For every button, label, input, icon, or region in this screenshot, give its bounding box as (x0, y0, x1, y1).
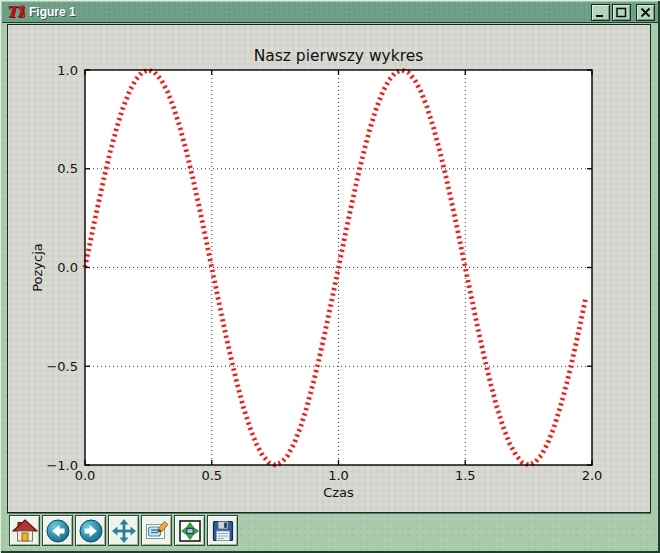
x-tick-label: 1.0 (328, 468, 349, 483)
configure-subplots-button[interactable] (174, 515, 205, 546)
zoom-to-rect-button[interactable] (141, 515, 172, 546)
y-tick-label: −1.0 (46, 458, 78, 473)
minimize-icon (595, 7, 606, 18)
home-icon (12, 518, 38, 544)
figure-window: Tk Tk Figure 1 0.00.51.01. (0, 0, 660, 553)
x-tick-label: 2.0 (582, 468, 603, 483)
window-title: Figure 1 (29, 5, 591, 19)
y-axis-label: Pozycja (30, 243, 45, 292)
save-floppy-icon (210, 518, 236, 544)
plot-title: Nasz pierwszy wykres (254, 47, 424, 65)
figure-canvas[interactable]: 0.00.51.01.52.01.00.50.0−0.5−1.0Nasz pie… (7, 24, 651, 513)
titlebar[interactable]: Tk Tk Figure 1 (2, 2, 658, 23)
x-tick-label: 0.5 (201, 468, 222, 483)
back-button[interactable] (42, 515, 73, 546)
y-tick-label: 0.0 (57, 260, 78, 275)
navigation-toolbar (7, 513, 651, 547)
plot-area[interactable]: 0.00.51.01.52.01.00.50.0−0.5−1.0Nasz pie… (8, 25, 650, 512)
maximize-button[interactable] (612, 4, 631, 21)
x-tick-label: 1.5 (455, 468, 476, 483)
minimize-button[interactable] (591, 4, 610, 21)
close-icon (640, 7, 651, 18)
tk-logo-icon: Tk Tk (5, 4, 25, 21)
y-tick-label: −0.5 (46, 359, 78, 374)
zoom-rect-pencil-icon (144, 518, 170, 544)
home-button[interactable] (9, 515, 40, 546)
maximize-icon (616, 7, 627, 18)
forward-arrow-icon (78, 518, 104, 544)
save-button[interactable] (207, 515, 238, 546)
svg-text:Tk: Tk (6, 4, 25, 21)
pan-arrows-icon (111, 518, 137, 544)
subplots-icon (177, 518, 203, 544)
x-axis-label: Czas (323, 485, 354, 500)
window-controls (591, 4, 655, 21)
pan-button[interactable] (108, 515, 139, 546)
forward-button[interactable] (75, 515, 106, 546)
y-tick-label: 0.5 (57, 161, 78, 176)
y-tick-label: 1.0 (57, 63, 78, 78)
close-button[interactable] (636, 4, 655, 21)
back-arrow-icon (45, 518, 71, 544)
